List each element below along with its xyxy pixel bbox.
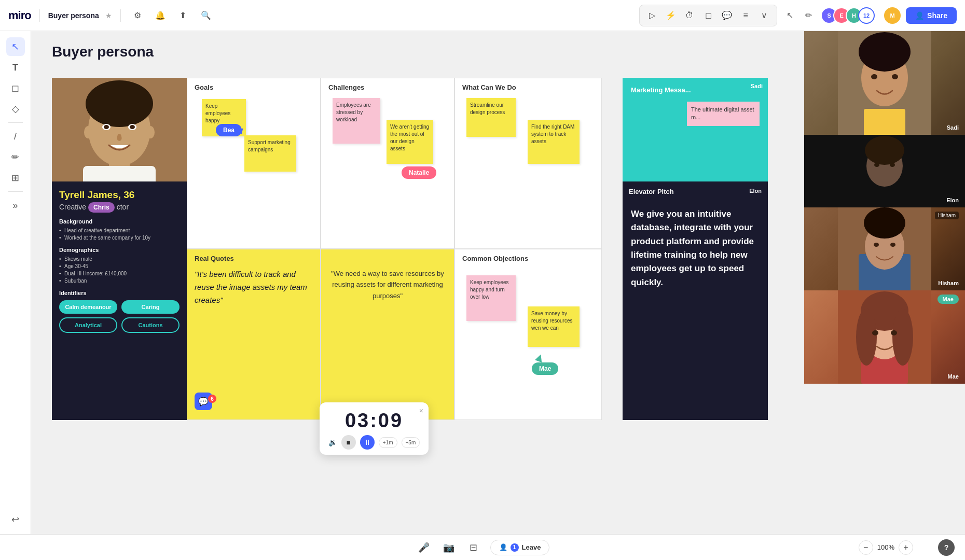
quotes-section-2: "We need a way to save resources by reus…	[321, 249, 454, 420]
video-sadi: Sadi	[804, 31, 965, 135]
screen-share-icon[interactable]: ⊟	[465, 539, 482, 556]
what-can-we-do-section: What Can We Do Streamline our design pro…	[454, 78, 602, 249]
marketing-header: Marketing Messa...	[631, 86, 760, 94]
sadie-label: Sadi	[751, 83, 763, 89]
badge-row-2: Analytical Cautions	[59, 317, 180, 333]
microphone-icon[interactable]: 🎤	[416, 539, 432, 556]
search-icon[interactable]: 🔍	[198, 7, 214, 24]
demo-item-2: •Age 30-45	[59, 263, 180, 269]
share-icon: 👤	[915, 11, 924, 20]
timer-seconds: 09	[378, 410, 403, 431]
nav-flash[interactable]: ⚡	[663, 7, 679, 24]
timer-widget: × 03:09 🔉 ■ ⏸ +1m +5m	[320, 402, 429, 455]
select-tool[interactable]: ↖	[6, 37, 25, 56]
cautions-badge[interactable]: Cautions	[121, 317, 180, 333]
persona-role: Creative Chrisctor	[59, 203, 180, 211]
sticky-find-dam: Find the right DAM system to track asset…	[528, 120, 580, 164]
nav-frame[interactable]: ◻	[700, 7, 716, 24]
challenges-header: Challenges	[321, 78, 454, 94]
real-quotes-section: Real Quotes "It's been difficult to trac…	[187, 249, 321, 420]
upload-icon[interactable]: ⬆	[175, 7, 191, 24]
sidebar-separator	[8, 122, 23, 123]
sticky-not-getting-most: We aren't getting the most out of our de…	[387, 120, 433, 164]
canvas: Buyer persona	[31, 31, 965, 560]
current-user-avatar[interactable]: M	[883, 6, 902, 25]
svg-rect-2	[83, 166, 156, 181]
undo-tool[interactable]: ↩	[6, 510, 25, 529]
bea-cursor: Bea	[216, 124, 242, 136]
page-title: Buyer persona	[52, 44, 154, 60]
cursor-plus-icon[interactable]: ✏	[800, 7, 817, 24]
natalie-cursor: Natalie	[402, 166, 436, 179]
svg-point-9	[84, 126, 92, 138]
marketing-sticky: The ultimate digital asset m...	[687, 102, 760, 126]
timer-minutes: 03	[345, 410, 370, 431]
leave-button[interactable]: 👤 1 Leave	[490, 540, 550, 555]
timer-add1-button[interactable]: +1m	[379, 437, 397, 448]
timer-display: 03:09	[345, 410, 403, 432]
text-tool[interactable]: T	[6, 58, 25, 77]
mae-cursor-bubble: Mae	[532, 362, 558, 375]
leave-label: Leave	[522, 543, 541, 551]
nav-more[interactable]: ∨	[756, 7, 773, 24]
timer-pause-button[interactable]: ⏸	[360, 435, 375, 450]
svg-point-4	[86, 80, 153, 127]
help-button[interactable]: ?	[938, 539, 955, 556]
nav-timer[interactable]: ⏱	[681, 7, 698, 24]
zoom-in-button[interactable]: +	[899, 540, 913, 555]
shape-tool[interactable]: ◇	[6, 100, 25, 118]
pen-tool[interactable]: /	[6, 127, 25, 146]
persona-image	[52, 78, 187, 181]
calm-badge[interactable]: Calm demeanour	[59, 300, 117, 314]
frame-tool[interactable]: ⊞	[6, 169, 25, 187]
sticky-keep-happy: Keep employees happy and turn over low	[466, 275, 516, 321]
topbar: miro Buyer persona ★ ⚙ 🔔 ⬆ 🔍 ▷ ⚡ ⏱ ◻ 💬 ≡…	[0, 0, 965, 31]
timer-add5-button[interactable]: +5m	[402, 437, 420, 448]
sticky-streamline-design: Streamline our design process	[466, 98, 516, 137]
share-button[interactable]: 👤 Share	[906, 7, 957, 24]
more-tools[interactable]: »	[6, 196, 25, 215]
svg-point-15	[892, 74, 898, 79]
svg-point-32	[856, 309, 877, 366]
svg-point-35	[891, 330, 897, 335]
zoom-out-button[interactable]: −	[859, 540, 873, 555]
nav-list[interactable]: ≡	[737, 7, 754, 24]
nav-comment[interactable]: 💬	[719, 7, 735, 24]
sadi-image	[838, 31, 931, 135]
video-elon: Elon	[804, 135, 965, 207]
notification-icon[interactable]: 🔔	[152, 7, 169, 24]
caring-badge[interactable]: Caring	[121, 300, 180, 314]
objections-section: Common Objections Keep employees happy a…	[454, 249, 602, 420]
what-can-we-do-header: What Can We Do	[455, 78, 601, 94]
left-sidebar: ↖ T ◻ ◇ / ✏ ⊞ » ↩ ⊟	[0, 31, 31, 560]
nav-prev[interactable]: ▷	[644, 7, 660, 24]
quote-2-text: "We need a way to save resources by reus…	[328, 268, 447, 301]
svg-point-14	[871, 74, 877, 79]
hisham-image	[838, 207, 931, 290]
analytical-badge[interactable]: Analytical	[59, 317, 117, 333]
miro-logo: miro	[8, 9, 31, 22]
zoom-controls: − 100% +	[859, 540, 913, 555]
settings-icon[interactable]: ⚙	[129, 7, 146, 24]
timer-stop-button[interactable]: ■	[341, 435, 356, 450]
avatar-count[interactable]: 12	[858, 7, 875, 24]
timer-close-icon[interactable]: ×	[419, 407, 423, 415]
hisham-video-label: Hisham	[938, 280, 959, 286]
nav-toolbar: ▷ ⚡ ⏱ ◻ 💬 ≡ ∨	[639, 5, 777, 26]
green-cursor-arrow	[535, 353, 544, 362]
elon-image	[853, 135, 916, 207]
timer-controls: 🔉 ■ ⏸ +1m +5m	[328, 435, 420, 450]
elon-video-label: Elon	[946, 197, 959, 203]
identifiers: Calm demeanour Caring Analytical Caution…	[59, 300, 180, 333]
pencil-tool[interactable]: ✏	[6, 148, 25, 166]
sticky-tool[interactable]: ◻	[6, 79, 25, 97]
mae-image	[838, 290, 931, 384]
sticky-save-money: Save money by reusing resources wen we c…	[528, 306, 580, 347]
timer-volume-icon[interactable]: 🔉	[328, 438, 337, 446]
cursor-icon[interactable]: ↖	[781, 7, 798, 24]
elevator-pitch-header: Elevator Pitch	[629, 188, 674, 195]
favorite-icon[interactable]: ★	[105, 11, 112, 20]
comment-count: 6	[208, 395, 216, 403]
camera-icon[interactable]: 📷	[440, 539, 457, 556]
identifiers-title: Identifiers	[59, 290, 180, 296]
